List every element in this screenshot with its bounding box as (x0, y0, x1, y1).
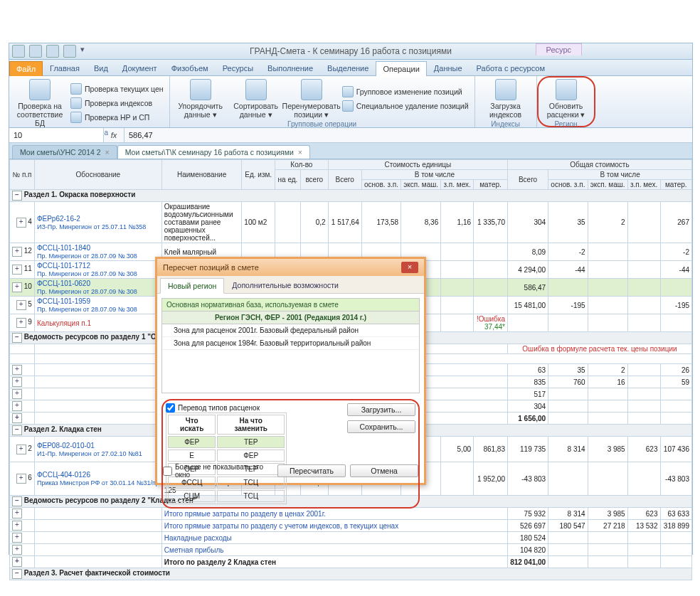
code-link[interactable]: ФЕРр62-16-2 (37, 215, 80, 223)
quick-access-toolbar: ▾ (12, 45, 88, 58)
group-label: Индексы (479, 120, 532, 128)
zone-1984[interactable]: Зона для расценок 1984г. Базовый террито… (162, 337, 419, 350)
summary-row[interactable]: +Итого по разделу 2 Кладка стен812 041,0… (10, 556, 692, 568)
tab-document[interactable]: Документ (115, 60, 164, 75)
expand-icon[interactable]: + (12, 509, 22, 518)
update-prices-button[interactable]: Обновить расценки ▾ (540, 78, 593, 120)
load-button[interactable]: Загрузить... (347, 403, 415, 416)
mapping-row[interactable]: ЕФЕР (168, 449, 285, 462)
tab-view[interactable]: Вид (87, 60, 115, 75)
col-basis: Обоснование (34, 160, 161, 190)
close-icon[interactable]: × (105, 148, 110, 156)
collapse-icon[interactable]: − (12, 425, 22, 435)
dialog-titlebar[interactable]: Пересчет позиций в смете × (157, 259, 424, 276)
dialog-tab-new-region[interactable]: Новый регион (160, 278, 224, 294)
dialog-tab-extra[interactable]: Дополнительные возможности (224, 277, 346, 293)
order-data-button[interactable]: Упорядочить данные ▾ (174, 78, 227, 120)
summary-row[interactable]: +Сметная прибыль104 820 (10, 544, 692, 556)
tab-operations[interactable]: Операции (376, 61, 426, 76)
qat-icon[interactable] (29, 45, 42, 58)
code-link[interactable]: ФССЦ-101-1959 (37, 297, 90, 305)
doc-tab-active[interactable]: Мои сметы\Т\К семинару 16 работа с позиц… (117, 145, 310, 159)
group-change-button[interactable]: Групповое изменение позиций (341, 85, 470, 98)
expand-icon[interactable]: + (16, 300, 26, 310)
expand-icon[interactable]: + (12, 389, 22, 399)
fx-icon[interactable]: fx (104, 128, 124, 142)
expand-icon[interactable]: + (12, 247, 22, 257)
renumber-button[interactable]: Перенумеровать позиции ▾ (285, 78, 338, 120)
qat-icon[interactable] (46, 45, 59, 58)
tab-selection[interactable]: Выделение (320, 60, 376, 75)
dont-show-checkbox[interactable]: Больше не показывать это окно (163, 463, 277, 479)
check-prices-button[interactable]: Проверка текущих цен (69, 83, 165, 95)
expand-icon[interactable]: + (12, 557, 22, 567)
checkbox-input[interactable] (166, 403, 175, 413)
tab-physvol[interactable]: Физобъем (164, 60, 216, 75)
tab-resources[interactable]: Ресурсы (216, 60, 260, 75)
expand-icon[interactable]: + (16, 218, 26, 228)
ribbon-group-indexes: Загрузка индексов Индексы (475, 76, 537, 127)
qat-dropdown-icon[interactable]: ▾ (80, 45, 88, 56)
expand-icon[interactable]: + (12, 401, 22, 411)
expand-icon[interactable]: + (16, 318, 26, 328)
cancel-button[interactable]: Отмена (350, 464, 418, 477)
expand-icon[interactable]: + (12, 282, 22, 292)
doc-tab[interactable]: Мои сметы\УНС 2014 2× (12, 145, 117, 159)
expand-icon[interactable]: + (12, 265, 22, 275)
price-type-checkbox[interactable]: Перевод типов расценок (166, 403, 341, 413)
check-nr-sp-button[interactable]: Проверка НР и СП (69, 111, 165, 124)
document-tabs: Мои сметы\УНС 2014 2× Мои сметы\Т\К семи… (9, 143, 692, 159)
code-link[interactable]: ФССЦ-101-1840 (37, 244, 90, 252)
tab-file[interactable]: Файл (9, 61, 43, 76)
code-link[interactable]: ФССЦ-101-1712 (37, 262, 90, 270)
save-button[interactable]: Сохранить... (347, 420, 415, 433)
load-indexes-icon (495, 79, 516, 100)
expand-icon[interactable]: + (12, 413, 22, 423)
recalc-button[interactable]: Пересчитать (277, 464, 346, 477)
collapse-icon[interactable]: − (12, 569, 22, 579)
col-num: № п.п (10, 160, 35, 190)
delete-icon (342, 100, 354, 112)
context-tab-resource[interactable]: Ресурс (536, 43, 582, 55)
expand-icon[interactable]: + (12, 521, 22, 531)
expand-icon[interactable]: + (12, 545, 22, 555)
collapse-icon[interactable]: − (12, 191, 22, 201)
mapping-row[interactable]: ФЕРТЕР (168, 436, 285, 448)
formula-value[interactable]: 586,47 (124, 131, 157, 139)
qat-icon[interactable] (12, 45, 25, 58)
tab-home[interactable]: Главная (43, 60, 87, 75)
col-unit: Ед. изм. (242, 160, 275, 190)
app-title: ГРАНД-Смета - К семинару 16 работа с поз… (250, 46, 452, 56)
code-link[interactable]: Калькуляция п.1 (37, 319, 91, 327)
group-label: Регион (540, 120, 593, 128)
tab-execution[interactable]: Выполнение (260, 60, 320, 75)
expand-icon[interactable]: + (12, 365, 22, 375)
close-icon[interactable]: × (298, 148, 302, 156)
code-link[interactable]: ФССЦ-101-0620 (37, 280, 90, 287)
expand-icon[interactable]: + (12, 377, 22, 387)
tab-work-resource[interactable]: Работа с ресурсом (470, 60, 552, 75)
qat-icon[interactable] (63, 45, 76, 58)
mapping-row[interactable]: СЦМТСЦ (168, 490, 285, 502)
check-db-button[interactable]: Проверка на соответствие БД (14, 78, 66, 129)
sort-data-button[interactable]: Сортировать данные ▾ (230, 78, 282, 120)
section-row[interactable]: − Раздел 1. Окраска поверхности (10, 190, 692, 202)
expand-icon[interactable]: + (12, 533, 22, 543)
load-indexes-button[interactable]: Загрузка индексов (479, 78, 532, 120)
data-row[interactable]: + 4ФЕРр62-16-2ИЗ-Пр. Минрегион от 25.07.… (10, 202, 692, 243)
mapping-table[interactable]: Что искатьНа что заменить ФЕРТЕРЕФЕРОЕРТ… (166, 413, 287, 504)
group-label: Групповые операции (174, 120, 470, 128)
special-delete-button[interactable]: Специальное удаление позиций (341, 100, 470, 112)
section-row[interactable]: − Раздел 3. Расчет фактической стоимости (10, 568, 692, 580)
summary-row[interactable]: +Итого прямые затраты по разделу с учето… (10, 520, 692, 532)
titlebar: ▾ ГРАНД-Смета - К семинару 16 работа с п… (9, 43, 692, 60)
close-button[interactable]: × (401, 262, 418, 273)
group-change-icon (342, 86, 354, 97)
zone-2001[interactable]: Зона для расценок 2001г. Базовый федерал… (162, 324, 419, 337)
cell-reference[interactable]: 10 (9, 128, 104, 142)
summary-row[interactable]: +Накладные расходы180 524 (10, 532, 692, 544)
tab-data[interactable]: Данные (427, 60, 470, 75)
checkbox-input[interactable] (163, 467, 172, 476)
database-check-icon (29, 79, 51, 100)
check-indexes-button[interactable]: Проверка индексов (69, 97, 165, 110)
